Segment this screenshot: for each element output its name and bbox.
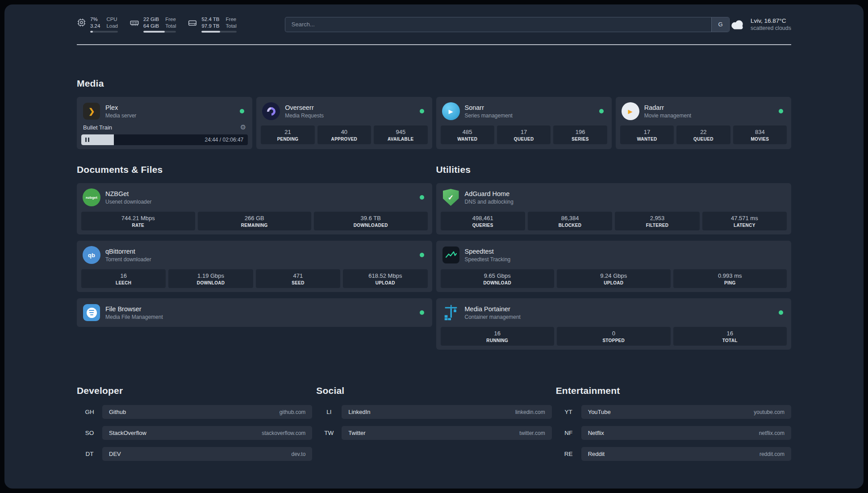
bookmark-dev[interactable]: DT DEV dev.to — [77, 447, 312, 461]
settings-gear-icon[interactable]: ⚙ — [240, 123, 246, 131]
status-dot-online — [420, 195, 424, 200]
stat-box-wanted: 17 WANTED — [620, 125, 674, 144]
overseerr-icon — [262, 102, 280, 120]
service-subtitle: Media File Management — [105, 314, 415, 320]
section-documents: Documents & Files nzbget NZBGet Usenet d… — [77, 164, 432, 333]
bookmark-group-developer: Developer GH Github github.com SO StackO… — [77, 385, 312, 468]
bookmark-url: twitter.com — [519, 430, 545, 436]
header-divider — [77, 44, 791, 45]
status-dot-online — [240, 109, 244, 113]
status-dot-online — [420, 109, 424, 113]
stat-box-series: 196 SERIES — [553, 125, 607, 144]
service-card-sonarr[interactable]: ▶ Sonarr Series management 485 WANTED — [436, 97, 612, 149]
stat-box-downloaded: 39.6 TB DOWNLOADED — [314, 212, 428, 230]
bookmark-name: YouTube — [588, 409, 611, 415]
stat-box-download: 9.65 Gbps DOWNLOAD — [441, 269, 555, 288]
cpu-load-label: Load — [106, 23, 118, 29]
stat-box-remaining: 266 GB REMAINING — [198, 212, 312, 230]
service-name: AdGuard Home — [465, 190, 786, 197]
bookmark-group-social: Social LI LinkedIn linkedin.com TW Twitt… — [316, 385, 551, 447]
service-card-adguard[interactable]: ✓ AdGuard Home DNS and adblocking 498,46… — [436, 183, 792, 234]
pause-icon[interactable] — [85, 138, 87, 142]
bookmark-url: youtube.com — [754, 409, 785, 415]
service-name: qBittorrent — [105, 248, 415, 255]
bookmark-name: Netflix — [588, 430, 604, 436]
bookmark-name: StackOverflow — [109, 430, 146, 436]
bookmark-url: reddit.com — [760, 451, 785, 457]
disk-total-label: Total — [226, 23, 237, 29]
bookmark-youtube[interactable]: YT YouTube youtube.com — [556, 405, 791, 419]
bookmark-name: Twitter — [348, 430, 365, 436]
memory-widget: 22 GiB Free 64 GiB Total — [129, 16, 176, 33]
stat-box-blocked: 86,384 BLOCKED — [528, 212, 612, 230]
cpu-label: CPU — [106, 16, 118, 22]
service-subtitle: Torrent downloader — [105, 256, 415, 263]
search-bar: G — [285, 17, 730, 32]
disk-free-label: Free — [226, 16, 237, 22]
bookmark-abbr: NF — [556, 430, 581, 436]
bookmark-name: Reddit — [588, 451, 605, 457]
section-media: Media ❯ Plex Media server Bullet Train — [77, 78, 791, 149]
status-dot-online — [599, 109, 604, 113]
service-subtitle: DNS and adblocking — [465, 199, 786, 205]
stat-box-available: 945 AVAILABLE — [374, 125, 427, 144]
stat-box-leech: 16 LEECH — [81, 269, 166, 288]
bookmark-linkedin[interactable]: LI LinkedIn linkedin.com — [316, 405, 551, 419]
service-card-speedtest[interactable]: Speedtest Speedtest Tracking 9.65 Gbps D… — [436, 241, 792, 292]
stat-box-upload: 9.24 Gbps UPLOAD — [557, 269, 671, 288]
bookmark-url: github.com — [280, 409, 306, 415]
plex-icon: ❯ — [83, 103, 100, 120]
service-name: Speedtest — [465, 248, 786, 255]
bookmark-abbr: TW — [316, 430, 342, 436]
service-name: File Browser — [105, 305, 415, 313]
service-subtitle: Series management — [465, 113, 594, 119]
radarr-icon: ▶ — [622, 102, 639, 120]
bookmark-netflix[interactable]: NF Netflix netflix.com — [556, 426, 791, 440]
section-title-social: Social — [316, 385, 551, 396]
service-card-plex[interactable]: ❯ Plex Media server Bullet Train ⚙ — [77, 97, 252, 149]
playback-progress-fill — [81, 134, 114, 145]
search-provider-button[interactable]: G — [711, 17, 729, 32]
cpu-usage-bar — [90, 31, 118, 33]
bookmark-url: netflix.com — [759, 430, 785, 436]
section-title-media: Media — [77, 78, 791, 89]
stats-row: 21 PENDING 40 APPROVED 945 AVAILABLE — [261, 125, 427, 144]
service-card-filebrowser[interactable]: File Browser Media File Management — [77, 298, 432, 327]
status-dot-online — [420, 253, 424, 257]
playback-progress-bar[interactable]: 24:44 / 02:06:47 — [81, 134, 248, 145]
bookmark-abbr: YT — [556, 409, 581, 415]
bookmark-stackoverflow[interactable]: SO StackOverflow stackoverflow.com — [77, 426, 312, 440]
stat-box-filtered: 2,953 FILTERED — [615, 212, 699, 230]
bookmark-github[interactable]: GH Github github.com — [77, 405, 312, 419]
service-name: Media Portainer — [465, 305, 774, 313]
stat-box-wanted: 485 WANTED — [441, 125, 494, 144]
bookmark-abbr: LI — [316, 409, 342, 415]
service-card-portainer[interactable]: Media Portainer Container management 16 … — [436, 298, 792, 350]
weather-widget[interactable]: Lviv, 16.87°C scattered clouds — [730, 17, 791, 31]
qbittorrent-icon: qb — [83, 246, 100, 264]
bookmark-reddit[interactable]: RE Reddit reddit.com — [556, 447, 791, 461]
service-card-nzbget[interactable]: nzbget NZBGet Usenet downloader 744.21 M… — [77, 183, 432, 234]
disk-usage-bar — [201, 31, 236, 33]
speedtest-icon — [442, 246, 459, 263]
bookmark-url: stackoverflow.com — [262, 430, 305, 436]
service-card-radarr[interactable]: ▶ Radarr Movie management 17 WANTED — [616, 97, 791, 149]
stats-row: 17 WANTED 22 QUEUED 834 MOVIES — [620, 125, 787, 144]
cpu-icon — [77, 18, 86, 27]
service-name: Overseerr — [285, 104, 414, 111]
search-input[interactable] — [285, 17, 711, 32]
memory-free: 22 GiB — [143, 16, 159, 22]
stat-box-rate: 744.21 Mbps RATE — [81, 212, 195, 230]
service-name: NZBGet — [105, 190, 415, 197]
status-dot-online — [420, 310, 424, 315]
service-name: Radarr — [644, 104, 774, 111]
stat-box-running: 16 RUNNING — [441, 327, 555, 346]
service-card-overseerr[interactable]: Overseerr Media Requests 21 PENDING 40 A… — [256, 97, 432, 149]
bookmark-abbr: DT — [77, 451, 102, 457]
service-card-qbittorrent[interactable]: qb qBittorrent Torrent downloader 16 LEE… — [77, 241, 432, 292]
memory-total-label: Total — [165, 23, 176, 29]
stat-box-upload: 618.52 Mbps UPLOAD — [343, 269, 427, 288]
bookmark-twitter[interactable]: TW Twitter twitter.com — [316, 426, 551, 440]
stat-box-download: 1.19 Gbps DOWNLOAD — [168, 269, 253, 288]
section-title-developer: Developer — [77, 385, 312, 396]
